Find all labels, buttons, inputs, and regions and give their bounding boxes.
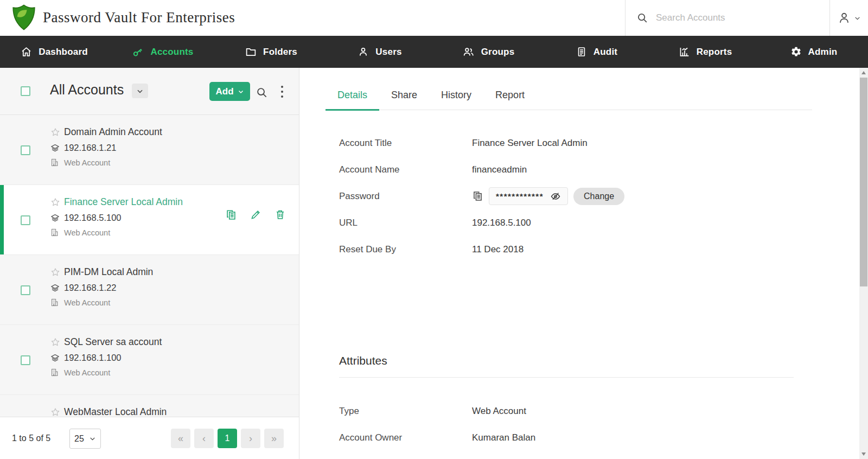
gear-icon xyxy=(790,46,802,58)
account-list: Domain Admin Account 192.168.1.21 xyxy=(0,115,299,417)
star-icon[interactable] xyxy=(50,337,64,348)
search-input[interactable] xyxy=(656,12,808,23)
global-search xyxy=(625,0,830,36)
account-checkbox[interactable] xyxy=(21,285,30,295)
attr-policy: Password Policy Securden policy xyxy=(339,451,538,459)
account-name: Domain Admin Account xyxy=(64,126,162,138)
chevron-down-icon xyxy=(854,15,861,22)
user-icon xyxy=(358,46,369,58)
audit-document-icon xyxy=(576,46,587,58)
account-row-webmaster[interactable]: WebMaster Local Admin xyxy=(0,395,299,417)
building-icon xyxy=(50,368,64,377)
home-icon xyxy=(21,46,32,58)
attr-owner: Account Owner Kumaran Balan xyxy=(339,424,538,451)
scrollbar-thumb[interactable] xyxy=(860,78,867,286)
shield-logo-icon xyxy=(12,4,36,31)
star-icon[interactable] xyxy=(50,127,64,138)
nav-item-dashboard[interactable]: Dashboard xyxy=(0,36,108,68)
add-account-button[interactable]: Add xyxy=(209,82,250,101)
account-row-finance-server[interactable]: Finance Server Local Admin 192.168.5.100 xyxy=(0,185,299,255)
nav-item-audit[interactable]: Audit xyxy=(542,36,651,68)
accounts-panel: All Accounts Add xyxy=(0,68,299,459)
building-icon xyxy=(50,228,64,237)
account-checkbox[interactable] xyxy=(21,355,30,365)
vertical-scrollbar[interactable] xyxy=(859,68,868,459)
tab-share[interactable]: Share xyxy=(379,90,429,110)
bar-chart-icon xyxy=(679,46,690,58)
app-logo: Password Vault For Enterprises xyxy=(12,4,235,31)
layers-icon xyxy=(50,213,64,223)
group-icon xyxy=(462,46,475,58)
user-avatar-icon xyxy=(837,11,851,25)
account-row-pim-dm[interactable]: PIM-DM Local Admin 192.168.1.22 xyxy=(0,255,299,325)
account-checkbox[interactable] xyxy=(21,215,30,225)
field-password: Password ************ xyxy=(339,183,624,209)
tab-report[interactable]: Report xyxy=(483,90,537,110)
delete-trash-icon[interactable] xyxy=(275,209,286,221)
account-filter-title: All Accounts xyxy=(50,82,124,98)
nav-item-admin[interactable]: Admin xyxy=(760,36,868,68)
folder-icon xyxy=(245,46,257,58)
field-account-title: Account Title Finance Server Local Admin xyxy=(339,130,624,156)
app-title: Password Vault For Enterprises xyxy=(43,9,235,26)
layers-icon xyxy=(50,353,64,363)
account-type: Web Account xyxy=(64,228,110,237)
page-1-button[interactable]: 1 xyxy=(218,429,237,448)
account-filter-dropdown[interactable] xyxy=(132,84,148,98)
star-icon[interactable] xyxy=(50,197,64,208)
nav-item-folders[interactable]: Folders xyxy=(217,36,326,68)
copy-icon[interactable] xyxy=(225,209,237,221)
star-icon[interactable] xyxy=(50,407,64,417)
attributes-fields: Type Web Account Account Owner Kumaran B… xyxy=(339,398,538,459)
nav-item-groups[interactable]: Groups xyxy=(434,36,542,68)
account-detail-pane: Details Share History Report Account Tit… xyxy=(300,68,859,459)
field-account-name: Account Name financeadmin xyxy=(339,156,624,183)
account-address: 192.168.1.21 xyxy=(64,143,116,153)
account-name: Finance Server Local Admin xyxy=(64,196,183,208)
change-password-button[interactable]: Change xyxy=(573,188,624,205)
tab-history[interactable]: History xyxy=(429,90,483,110)
account-checkbox[interactable] xyxy=(21,145,30,155)
key-icon xyxy=(132,46,144,58)
user-menu[interactable] xyxy=(830,0,868,36)
detail-tabs: Details Share History Report xyxy=(326,90,812,110)
last-page-button[interactable]: » xyxy=(264,429,284,448)
app-header: Password Vault For Enterprises xyxy=(0,0,868,36)
eye-slash-icon[interactable] xyxy=(550,191,561,202)
list-search-icon[interactable] xyxy=(256,86,268,99)
account-type: Web Account xyxy=(64,368,110,377)
page-size-select[interactable]: 25 xyxy=(69,429,101,449)
nav-item-accounts[interactable]: Accounts xyxy=(108,36,217,68)
account-address: 192.168.1.100 xyxy=(64,353,122,363)
account-type: Web Account xyxy=(64,158,110,167)
edit-pencil-icon[interactable] xyxy=(250,209,261,221)
pagination-range: 1 to 5 of 5 xyxy=(12,433,50,443)
password-field: ************ xyxy=(489,187,568,205)
pagination-bar: 1 to 5 of 5 25 « ‹ 1 › » xyxy=(0,417,299,459)
masked-password: ************ xyxy=(496,192,544,201)
prev-page-button[interactable]: ‹ xyxy=(194,429,214,448)
detail-fields: Account Title Finance Server Local Admin… xyxy=(339,130,624,263)
account-type: Web Account xyxy=(64,298,110,307)
tab-details[interactable]: Details xyxy=(326,90,379,111)
more-options-icon[interactable] xyxy=(278,86,286,98)
account-address: 192.168.1.22 xyxy=(64,283,116,293)
chevron-down-icon xyxy=(238,88,244,95)
main-nav: Dashboard Accounts Folders Users xyxy=(0,36,868,68)
select-all-checkbox[interactable] xyxy=(21,86,30,96)
scroll-down-arrow-icon[interactable] xyxy=(861,452,866,456)
search-icon xyxy=(636,12,648,24)
accounts-panel-header: All Accounts Add xyxy=(0,68,299,115)
nav-item-reports[interactable]: Reports xyxy=(651,36,760,68)
first-page-button[interactable]: « xyxy=(171,429,190,448)
account-row-sql-server[interactable]: SQL Server sa account 192.168.1.100 xyxy=(0,325,299,395)
field-url: URL 192.168.5.100 xyxy=(339,209,624,236)
scroll-up-arrow-icon[interactable] xyxy=(861,71,866,74)
copy-password-icon[interactable] xyxy=(472,190,483,202)
star-icon[interactable] xyxy=(50,267,64,278)
next-page-button[interactable]: › xyxy=(241,429,260,448)
building-icon xyxy=(50,158,64,167)
account-name: SQL Server sa account xyxy=(64,336,162,348)
account-row-domain-admin[interactable]: Domain Admin Account 192.168.1.21 xyxy=(0,115,299,185)
nav-item-users[interactable]: Users xyxy=(326,36,434,68)
